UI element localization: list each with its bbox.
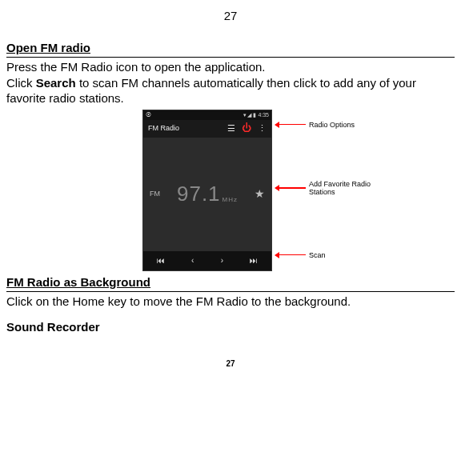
list-icon[interactable]: ☰: [227, 122, 235, 134]
arrow-icon: [279, 254, 306, 256]
fm-band-label: FM: [150, 190, 160, 199]
app-title: FM Radio: [148, 124, 179, 134]
callout-label: Scan: [309, 251, 326, 259]
section-title-sound-recorder: Sound Recorder: [6, 319, 455, 335]
callout-line1: Add Favorite Radio: [309, 180, 371, 188]
divider: [6, 291, 455, 292]
callout-label: Add Favorite Radio Stations: [309, 180, 371, 197]
divider: [6, 57, 455, 58]
callout-label: Radio Options: [309, 121, 355, 129]
text-bold-search: Search: [36, 76, 76, 90]
app-bar-actions: ☰ ⏻ ⋮: [227, 122, 267, 135]
arrow-icon: [279, 124, 306, 126]
frequency-display: 97.1 MHz: [177, 181, 238, 208]
next-station-icon[interactable]: ⏭: [250, 255, 258, 266]
callout-add-favorite: Add Favorite Radio Stations: [279, 180, 371, 197]
clock: 4:35: [258, 112, 269, 118]
phone-screenshot: ⦿ ▾ ◢ ▮ 4:35 FM Radio ☰ ⏻ ⋮ FM 97.1 MHz …: [142, 110, 272, 271]
playback-bar: ⏮ ‹ › ⏭: [143, 251, 271, 270]
callout-radio-options: Radio Options: [279, 121, 371, 129]
callout-scan: Scan: [279, 251, 371, 259]
status-left-icons: ⦿: [146, 111, 151, 118]
section-title-open-fm: Open FM radio: [6, 40, 455, 56]
section-title-fm-background: FM Radio as Background: [6, 274, 455, 290]
status-right: ▾ ◢ ▮ 4:35: [243, 111, 269, 118]
tune-up-icon[interactable]: ›: [221, 255, 223, 266]
arrow-icon: [279, 187, 306, 189]
tune-down-icon[interactable]: ‹: [191, 255, 194, 266]
star-icon[interactable]: ★: [255, 186, 265, 201]
callouts-column: Radio Options Add Favorite Radio Station…: [279, 110, 371, 259]
status-bar: ⦿ ▾ ◢ ▮ 4:35: [143, 110, 271, 120]
callout-line2: Stations: [309, 188, 335, 196]
body-text: Press the FM Radio icon to open the appl…: [6, 59, 455, 75]
app-bar: FM Radio ☰ ⏻ ⋮: [143, 120, 271, 138]
mhz-label: MHz: [222, 196, 238, 204]
page-number-bottom: 27: [6, 358, 455, 369]
overflow-icon[interactable]: ⋮: [258, 122, 267, 134]
body-text: Click Search to scan FM channels automat…: [6, 75, 455, 106]
body-text: Click on the Home key to move the FM Rad…: [6, 294, 455, 310]
page-number-top: 27: [6, 8, 455, 24]
tuner-area: FM 97.1 MHz ★: [143, 138, 271, 251]
text-fragment: Click: [6, 76, 36, 90]
phone-figure-row: ⦿ ▾ ◢ ▮ 4:35 FM Radio ☰ ⏻ ⋮ FM 97.1 MHz …: [6, 110, 455, 271]
prev-station-icon[interactable]: ⏮: [157, 255, 165, 266]
power-icon[interactable]: ⏻: [242, 122, 251, 135]
frequency-value: 97.1: [177, 181, 221, 208]
